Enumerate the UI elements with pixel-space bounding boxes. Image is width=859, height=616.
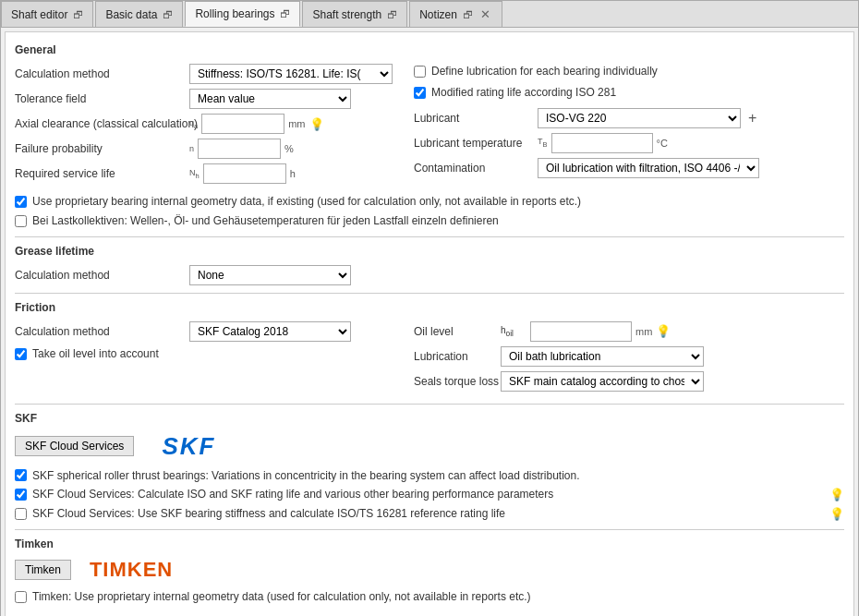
tab-shaft-editor[interactable]: Shaft editor 🗗 <box>1 1 93 27</box>
lubricant-temp-row: Lubricant temperature TB 30.0000 °C <box>414 133 844 153</box>
contamination-label: Contamination <box>414 162 534 175</box>
tab-shaft-editor-icon: 🗗 <box>73 9 83 20</box>
lubrication-select[interactable]: Oil bath lubrication <box>501 346 704 367</box>
skf-check2-label: SKF Cloud Services: Calculate ISO and SK… <box>32 487 824 502</box>
failure-prob-label: Failure probability <box>15 142 186 155</box>
timken-logo: TIMKEN <box>90 558 173 582</box>
lubrication-label: Lubrication <box>414 350 497 363</box>
service-life-input[interactable]: 5000.0000 <box>203 163 286 184</box>
general-col-right: Define lubrication for each bearing indi… <box>414 64 844 183</box>
failure-prob-input[interactable]: 10.0000 <box>198 139 281 159</box>
tab-bar: Shaft editor 🗗 Basic data 🗗 Rolling bear… <box>1 1 858 28</box>
lubrication-row: Lubrication Oil bath lubrication <box>414 346 844 367</box>
oil-level-input[interactable]: -30.0000 <box>530 321 632 342</box>
tolerance-row: Tolerance field Mean value <box>15 89 403 109</box>
skf-check3-label: SKF Cloud Services: Use SKF bearing stif… <box>32 506 824 522</box>
tolerance-select[interactable]: Mean value <box>189 89 351 109</box>
proprietary-geometry-checkbox[interactable] <box>15 196 27 208</box>
grease-calc-select[interactable]: None <box>189 265 351 285</box>
main-window: Shaft editor 🗗 Basic data 🗗 Rolling bear… <box>0 0 859 616</box>
service-life-label: Required service life <box>15 167 186 180</box>
timken-check1-label: Timken: Use proprietary internal geometr… <box>32 589 531 605</box>
tab-notizen[interactable]: Notizen 🗗 ✕ <box>409 1 502 27</box>
tolerance-label: Tolerance field <box>15 92 186 105</box>
calc-method-select[interactable]: Stiffness: ISO/TS 16281. Life: IS( <box>189 64 393 84</box>
service-life-subscript: Nh <box>189 168 200 180</box>
tab-shaft-strength-icon: 🗗 <box>387 9 397 20</box>
failure-prob-unit: % <box>284 143 294 154</box>
divider-3 <box>15 404 844 405</box>
define-lubrication-label: Define lubrication for each bearing indi… <box>431 64 658 79</box>
skf-check2-row: SKF Cloud Services: Calculate ISO and SK… <box>15 487 844 502</box>
friction-calc-row: Calculation method SKF Catalog 2018 <box>15 321 403 342</box>
failure-prob-row: Failure probability n 10.0000 % <box>15 139 403 159</box>
lubricant-temp-label: Lubricant temperature <box>414 137 534 150</box>
lubricant-temp-input[interactable]: 30.0000 <box>551 133 653 153</box>
tab-rolling-bearings-icon: 🗗 <box>280 8 290 19</box>
lubricant-temp-unit: °C <box>657 138 668 149</box>
skf-check3-row: SKF Cloud Services: Use SKF bearing stif… <box>15 506 844 522</box>
define-lubrication-checkbox[interactable] <box>414 66 426 78</box>
skf-check1-label: SKF spherical roller thrust bearings: Va… <box>32 468 580 484</box>
timken-button[interactable]: Timken <box>15 560 71 580</box>
modified-rating-label: Modified rating life according ISO 281 <box>431 85 616 101</box>
seals-row: Seals torque loss SKF main catalog accor… <box>414 371 844 392</box>
failure-prob-subscript: n <box>189 144 194 153</box>
lubricant-label: Lubricant <box>414 112 534 125</box>
tab-basic-data-icon: 🗗 <box>163 9 173 20</box>
timken-check1-row: Timken: Use proprietary internal geometr… <box>15 589 844 605</box>
axial-clearance-subscript: ua <box>189 118 198 130</box>
service-life-unit: h <box>290 168 296 179</box>
skf-check3-checkbox[interactable] <box>15 508 27 520</box>
general-col-left: Calculation method Stiffness: ISO/TS 162… <box>15 64 403 188</box>
calc-method-row: Calculation method Stiffness: ISO/TS 162… <box>15 64 403 84</box>
general-two-col: Calculation method Stiffness: ISO/TS 162… <box>15 64 844 188</box>
tab-shaft-strength[interactable]: Shaft strength 🗗 <box>302 1 407 27</box>
axial-clearance-info-icon: 💡 <box>309 117 324 131</box>
grease-calc-label: Calculation method <box>15 269 186 282</box>
skf-check1-checkbox[interactable] <box>15 469 27 481</box>
grease-calc-row: Calculation method None <box>15 265 844 285</box>
tab-rolling-bearings[interactable]: Rolling bearings 🗗 <box>185 1 300 27</box>
skf-check2-checkbox[interactable] <box>15 489 27 501</box>
calc-method-label: Calculation method <box>15 67 186 80</box>
oil-level-info-icon: 💡 <box>656 324 671 338</box>
timken-logo-row: Timken TIMKEN <box>15 558 844 582</box>
divider-1 <box>15 236 844 237</box>
oil-level-unit: mm <box>635 326 652 337</box>
axial-clearance-unit: mm <box>288 118 305 129</box>
friction-calc-select[interactable]: SKF Catalog 2018 <box>189 321 351 342</box>
friction-two-col: Calculation method SKF Catalog 2018 Take… <box>15 321 844 396</box>
seals-select[interactable]: SKF main catalog according to chosen cal… <box>501 371 704 392</box>
divider-4 <box>15 529 844 530</box>
friction-col-left: Calculation method SKF Catalog 2018 Take… <box>15 321 403 366</box>
lastkollektiven-label: Bei Lastkollektiven: Wellen-, Öl- und Ge… <box>32 213 499 229</box>
contamination-select[interactable]: Oil lubrication with filtration, ISO 440… <box>538 158 759 178</box>
lubricant-select[interactable]: ISO-VG 220 <box>538 108 741 128</box>
lubricant-add-button[interactable]: + <box>744 110 760 127</box>
tab-notizen-icon: 🗗 <box>463 9 473 20</box>
skf-section-title: SKF <box>15 412 844 425</box>
axial-clearance-label: Axial clearance (classical calculation) <box>15 117 186 130</box>
oil-level-row: Oil level hoil -30.0000 mm 💡 <box>414 321 844 342</box>
general-section-title: General <box>15 43 844 56</box>
lastkollektiven-checkbox[interactable] <box>15 215 27 227</box>
take-oil-checkbox[interactable] <box>15 348 27 360</box>
tab-notizen-label: Notizen <box>419 8 457 21</box>
lastkollektiven-row: Bei Lastkollektiven: Wellen-, Öl- und Ge… <box>15 213 844 229</box>
grease-section-title: Grease lifetime <box>15 245 844 258</box>
proprietary-geometry-label: Use proprietary bearing internal geometr… <box>32 194 581 210</box>
timken-check1-checkbox[interactable] <box>15 591 27 603</box>
tab-basic-data[interactable]: Basic data 🗗 <box>95 1 183 27</box>
axial-clearance-row: Axial clearance (classical calculation) … <box>15 114 403 134</box>
tab-rolling-bearings-label: Rolling bearings <box>195 7 274 20</box>
tab-notizen-close[interactable]: ✕ <box>478 7 492 21</box>
skf-cloud-services-button[interactable]: SKF Cloud Services <box>15 436 134 456</box>
divider-2 <box>15 293 844 294</box>
service-life-row: Required service life Nh 5000.0000 h <box>15 163 403 184</box>
modified-rating-checkbox[interactable] <box>414 87 426 99</box>
define-lubrication-row: Define lubrication for each bearing indi… <box>414 64 844 79</box>
oil-level-subscript: hoil <box>501 325 526 338</box>
take-oil-row: Take oil level into account <box>15 346 403 362</box>
axial-clearance-input[interactable]: 0.0100 <box>201 114 284 134</box>
